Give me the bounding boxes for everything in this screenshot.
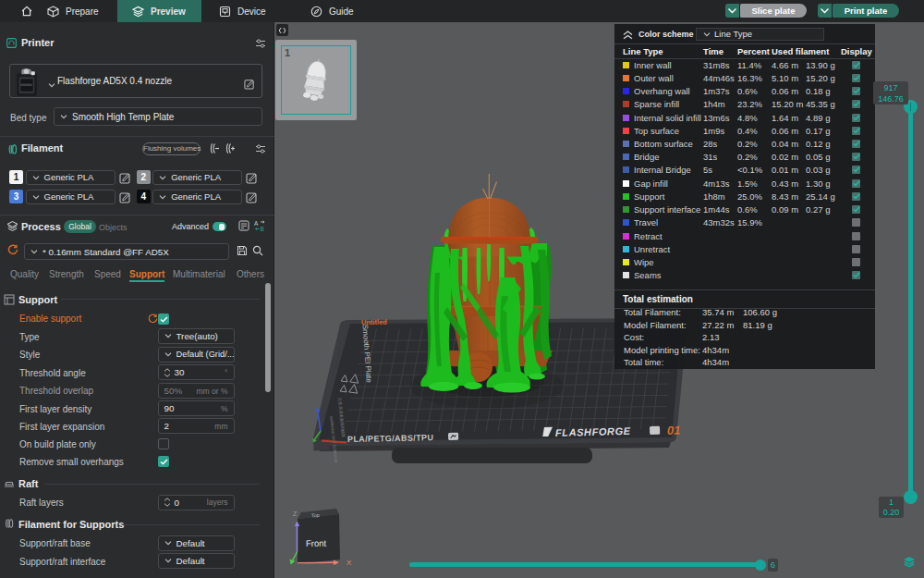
svg-text:Top: Top <box>311 512 320 519</box>
svg-text:Z: Z <box>293 510 298 517</box>
svg-text:X: X <box>346 559 352 567</box>
svg-text:01: 01 <box>667 424 681 437</box>
svg-text:A: A <box>254 220 259 227</box>
svg-text:FLASHFORGE: FLASHFORGE <box>555 425 631 438</box>
svg-text:Front: Front <box>306 538 327 548</box>
svg-text:B: B <box>261 226 264 232</box>
svg-text:PLA/PETG/ABS/TPU: PLA/PETG/ABS/TPU <box>347 433 434 444</box>
